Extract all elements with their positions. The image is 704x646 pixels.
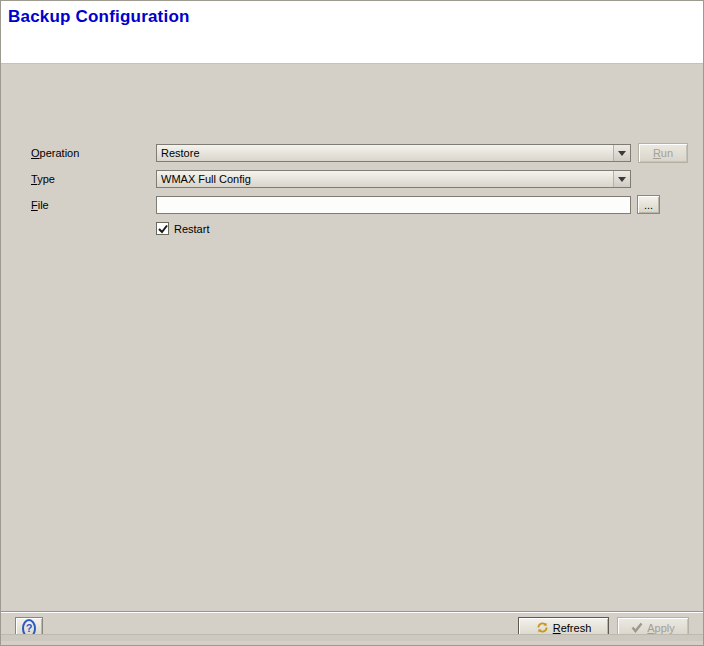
apply-button-label: Apply: [647, 622, 675, 634]
run-button-label: Run: [653, 147, 673, 159]
file-path-input[interactable]: [156, 196, 631, 214]
restart-checkbox-row: Restart: [156, 222, 209, 235]
browse-button-label: ...: [644, 199, 653, 211]
backup-configuration-window: Backup Configuration Operation Restore R…: [0, 0, 704, 646]
refresh-button-label: Refresh: [553, 622, 592, 634]
check-icon: [158, 224, 168, 234]
operation-label: Operation: [31, 147, 79, 159]
window-bottom-edge: [1, 634, 703, 641]
chevron-down-icon[interactable]: [613, 145, 630, 161]
refresh-icon: [536, 621, 549, 634]
run-button[interactable]: Run: [638, 143, 688, 163]
chevron-down-icon[interactable]: [613, 171, 630, 187]
type-select[interactable]: WMAX Full Config: [156, 170, 631, 188]
form-panel: Operation Restore Run Type WMAX Full Con…: [1, 64, 703, 609]
restart-checkbox-label: Restart: [174, 223, 209, 235]
restart-checkbox[interactable]: [156, 222, 169, 235]
check-icon: [631, 622, 643, 633]
operation-selected-value: Restore: [157, 147, 613, 159]
page-title: Backup Configuration: [8, 7, 190, 27]
type-label: Type: [31, 173, 55, 185]
file-label: File: [31, 199, 49, 211]
help-icon-glyph: ?: [26, 623, 33, 634]
footer-bar: ? Refresh Apply: [1, 611, 703, 641]
page-header: Backup Configuration: [1, 1, 703, 64]
browse-button[interactable]: ...: [637, 195, 660, 214]
operation-select[interactable]: Restore: [156, 144, 631, 162]
type-selected-value: WMAX Full Config: [157, 173, 613, 185]
